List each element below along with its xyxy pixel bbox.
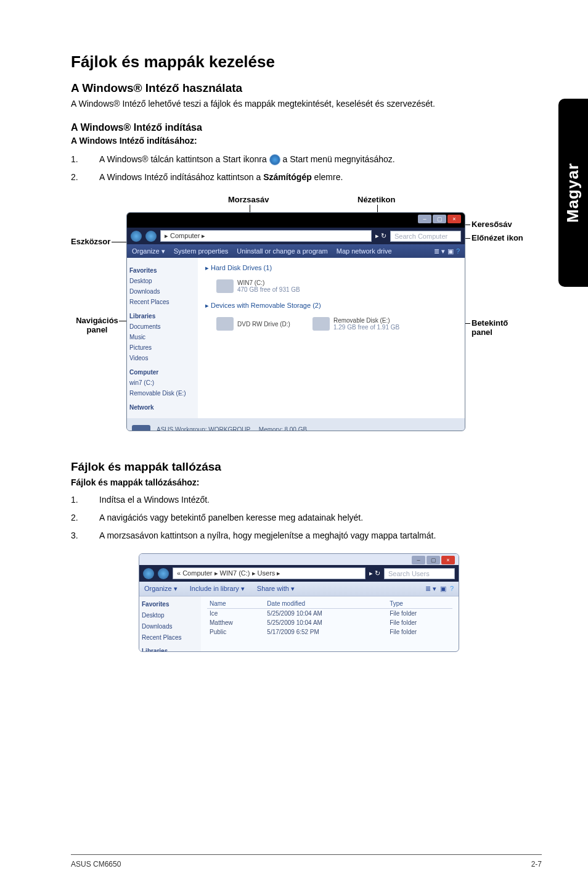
win2-search-input[interactable]: Search Users bbox=[384, 568, 455, 579]
win2-close[interactable]: × bbox=[441, 556, 455, 564]
win2-nav-rec[interactable]: Recent Places bbox=[142, 632, 198, 643]
forward-button[interactable] bbox=[145, 231, 157, 242]
explorer-annotated-figure: Morzsasáv Nézetikon Eszközsor Keresősáv … bbox=[71, 195, 527, 442]
section-heading-explorer-use: A Windows® Intéző használata bbox=[71, 81, 527, 95]
nav-removable[interactable]: Removable Disk (E:) bbox=[129, 388, 195, 398]
label-insight: Betekintő panel bbox=[472, 318, 527, 337]
table-row[interactable]: Ice 5/25/2009 10:04 AM File folder bbox=[207, 609, 452, 619]
win2-nav-down[interactable]: Downloads bbox=[142, 621, 198, 632]
win2-maximize[interactable]: ▢ bbox=[427, 556, 440, 564]
nav-desktop[interactable]: Desktop bbox=[129, 276, 195, 286]
table-row[interactable]: Public 5/17/2009 6:52 PM File folder bbox=[207, 627, 452, 637]
win2-forward[interactable] bbox=[158, 568, 169, 579]
status-memory: Memory: 8.00 GB bbox=[259, 426, 307, 432]
col-type[interactable]: Type bbox=[387, 599, 452, 609]
drive-removable-label: Removable Disk (E:) bbox=[333, 317, 399, 324]
drive-c-info: WIN7 (C:) 470 GB free of 931 GB bbox=[237, 279, 300, 293]
nav-pictures[interactable]: Pictures bbox=[129, 342, 195, 353]
step-2-bold: Számítógép bbox=[263, 172, 312, 182]
win2-content-pane[interactable]: Name Date modified Type Ice 5/25/2009 10… bbox=[201, 596, 459, 652]
explorer-window-1: – ▢ × ▸ Computer ▸ ▸ ↻ Search Computer O… bbox=[126, 212, 465, 431]
drive-removable[interactable]: Removable Disk (E:) 1.29 GB free of 1.91… bbox=[312, 317, 399, 331]
address-bar[interactable]: ▸ Computer ▸ bbox=[160, 230, 372, 242]
explorer-window-2: – ▢ × « Computer ▸ WIN7 (C:) ▸ Users ▸ ▸… bbox=[139, 553, 459, 652]
win2-organize[interactable]: Organize ▾ bbox=[144, 585, 178, 593]
nav-recent[interactable]: Recent Places bbox=[129, 297, 195, 307]
label-toolbar: Eszközsor bbox=[71, 237, 110, 246]
win2-nav-lib[interactable]: Libraries bbox=[142, 646, 198, 652]
minimize-button[interactable]: – bbox=[418, 215, 431, 223]
section-removable: ▸ Devices with Removable Storage (2) bbox=[205, 302, 457, 310]
win2-address-bar[interactable]: « Computer ▸ WIN7 (C:) ▸ Users ▸ bbox=[173, 567, 365, 579]
nav-computer[interactable]: Computer bbox=[129, 367, 195, 377]
win2-include[interactable]: Include in library ▾ bbox=[190, 585, 245, 593]
removable-row: DVD RW Drive (D:) Removable Disk (E:) 1.… bbox=[205, 312, 457, 333]
drive-icon bbox=[216, 279, 234, 293]
cell-date: 5/25/2009 10:04 AM bbox=[264, 609, 387, 619]
col-date[interactable]: Date modified bbox=[264, 599, 387, 609]
nav-hdd[interactable]: win7 (C:) bbox=[129, 377, 195, 388]
cell-date: 5/17/2009 6:52 PM bbox=[264, 627, 387, 637]
footer-right: 2-7 bbox=[531, 860, 542, 868]
preview-icon[interactable]: ▣ bbox=[447, 247, 454, 255]
nav-favorites[interactable]: Favorites bbox=[129, 265, 195, 276]
page-title: Fájlok és mappák kezelése bbox=[71, 52, 527, 72]
start-explorer-steps: A Windows® tálcán kattintson a Start iko… bbox=[71, 153, 527, 184]
address-row: ▸ Computer ▸ ▸ ↻ Search Computer bbox=[127, 228, 465, 244]
drive-dvd[interactable]: DVD RW Drive (D:) bbox=[216, 317, 290, 331]
instruction-header: A Windows Intéző indításához: bbox=[71, 136, 527, 146]
status-texts: ASUS Workgroup: WORKGROUP Memory: 8.00 G… bbox=[157, 426, 307, 432]
step-2-text-b: elemre. bbox=[312, 172, 343, 182]
table-row[interactable]: Matthew 5/25/2009 10:04 AM File folder bbox=[207, 618, 452, 627]
win2-nav-pane[interactable]: Favorites Desktop Downloads Recent Place… bbox=[139, 596, 201, 652]
drive-c[interactable]: WIN7 (C:) 470 GB free of 931 GB bbox=[216, 279, 300, 293]
search-input[interactable]: Search Computer bbox=[390, 231, 461, 242]
win2-minimize[interactable]: – bbox=[412, 556, 425, 564]
leader-navpanel bbox=[119, 321, 126, 321]
toolbar-sysprop[interactable]: System properties bbox=[174, 247, 229, 255]
refresh-icon[interactable]: ▸ ↻ bbox=[375, 232, 386, 240]
toolbar-uninstall[interactable]: Uninstall or change a program bbox=[237, 247, 327, 255]
win2-controls: – ▢ × bbox=[412, 556, 455, 563]
win2-column-headers[interactable]: Name Date modified Type bbox=[207, 599, 452, 609]
nav-videos[interactable]: Videos bbox=[129, 353, 195, 363]
close-button[interactable]: × bbox=[447, 215, 461, 223]
toolbar-organize[interactable]: Organize ▾ bbox=[132, 247, 165, 255]
cell-name: Public bbox=[207, 627, 264, 637]
win2-nav-desk[interactable]: Desktop bbox=[142, 610, 198, 621]
win2-back[interactable] bbox=[143, 568, 154, 579]
nav-downloads[interactable]: Downloads bbox=[129, 286, 195, 297]
col-name[interactable]: Name bbox=[207, 599, 264, 609]
window-titlebar: – ▢ × bbox=[127, 213, 465, 228]
nav-music[interactable]: Music bbox=[129, 332, 195, 342]
label-navpanel-l2: panel bbox=[87, 325, 108, 334]
nav-documents[interactable]: Documents bbox=[129, 321, 195, 332]
explorer-body: Favorites Desktop Downloads Recent Place… bbox=[127, 258, 465, 418]
view-icon[interactable]: ≣ ▾ bbox=[434, 247, 445, 255]
win2-help-icon[interactable]: ? bbox=[450, 585, 454, 593]
win2-refresh-icon[interactable]: ▸ ↻ bbox=[369, 569, 380, 577]
content-pane[interactable]: ▸ Hard Disk Drives (1) WIN7 (C:) 470 GB … bbox=[198, 258, 465, 418]
nav-network[interactable]: Network bbox=[129, 402, 195, 413]
page-content: Fájlok és mappák kezelése A Windows® Int… bbox=[71, 52, 527, 652]
label-viewicon: Nézetikon bbox=[357, 195, 395, 204]
drive-removable-free: 1.29 GB free of 1.91 GB bbox=[333, 324, 399, 331]
toolbar-mapdrive[interactable]: Map network drive bbox=[337, 247, 392, 255]
win2-view-icon[interactable]: ≣ ▾ bbox=[425, 585, 436, 593]
intro-paragraph: A Windows® Intéző lehetővé teszi a fájlo… bbox=[71, 99, 527, 109]
label-navpanel: Navigációs panel bbox=[71, 316, 123, 334]
nav-libraries[interactable]: Libraries bbox=[129, 311, 195, 321]
win2-nav-fav[interactable]: Favorites bbox=[142, 599, 198, 610]
win2-share[interactable]: Share with ▾ bbox=[257, 585, 295, 593]
start-icon bbox=[269, 154, 280, 165]
win2-address-row: « Computer ▸ WIN7 (C:) ▸ Users ▸ ▸ ↻ Sea… bbox=[139, 565, 459, 582]
navigation-pane[interactable]: Favorites Desktop Downloads Recent Place… bbox=[127, 258, 198, 418]
step-1-text-a: A Windows® tálcán kattintson a Start iko… bbox=[99, 154, 269, 164]
drive-removable-info: Removable Disk (E:) 1.29 GB free of 1.91… bbox=[333, 317, 399, 331]
win2-preview-icon[interactable]: ▣ bbox=[440, 585, 446, 593]
back-button[interactable] bbox=[131, 231, 142, 242]
maximize-button[interactable]: ▢ bbox=[433, 215, 446, 223]
help-icon[interactable]: ? bbox=[456, 247, 460, 255]
step-1: A Windows® tálcán kattintson a Start iko… bbox=[71, 153, 527, 166]
step-2-text-a: A Windows Intéző indításához kattintson … bbox=[99, 172, 263, 182]
